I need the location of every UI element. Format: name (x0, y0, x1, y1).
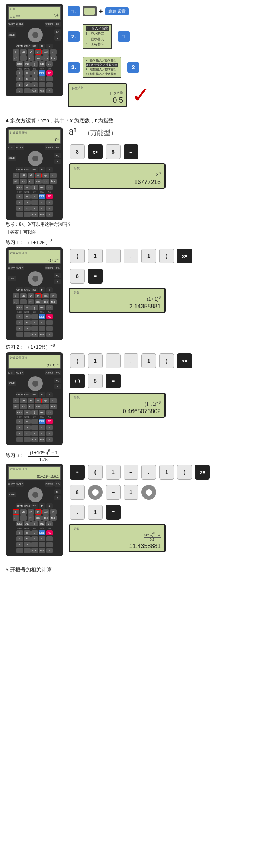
s4-eq[interactable]: = (46, 212, 53, 217)
neg-btn[interactable]: (−) (13, 55, 19, 61)
ex3-on[interactable]: 开机 (54, 481, 61, 487)
menu-btn[interactable]: ≡ (13, 49, 19, 55)
s4-div[interactable]: ÷ (46, 200, 53, 205)
ex3-pl[interactable]: + (39, 542, 45, 547)
s4-shift[interactable]: SHIFT (8, 145, 15, 150)
fx-btn[interactable]: f(x) (54, 29, 61, 35)
ex1-sqrt[interactable]: √6 (20, 293, 27, 298)
s4-optn[interactable]: OPTN (16, 167, 23, 172)
ex3-mul[interactable]: × (39, 536, 45, 541)
ex3-mi[interactable]: − (46, 542, 53, 547)
s4-7[interactable]: 7 (16, 194, 23, 199)
ex1-calc[interactable]: CALC (24, 287, 31, 292)
ex2-exp[interactable]: ×10ˣ (31, 437, 38, 442)
btn-4[interactable]: 4 (16, 76, 23, 81)
btn-eq[interactable]: = (46, 88, 53, 93)
fm-btn[interactable]: fx (39, 44, 45, 49)
ex1-dec[interactable]: DEC (31, 287, 38, 292)
ex2-sin[interactable]: sin (35, 404, 42, 409)
s4-fm[interactable]: fx (39, 167, 45, 172)
ex3-9[interactable]: 9 (31, 530, 38, 535)
s4-ans[interactable]: Ans (39, 212, 45, 217)
sqrt-btn[interactable]: √6 (20, 49, 27, 55)
s4-sto[interactable]: STO (16, 185, 23, 190)
ex1-neg[interactable]: (−) (13, 299, 19, 304)
ex3-key-circle2[interactable]: ⬤ (141, 485, 156, 500)
ex1-key-paren-open[interactable]: ( (70, 249, 85, 263)
s4-sqrt[interactable]: √6 (20, 173, 27, 178)
shift-btn[interactable]: SHIFT (8, 22, 15, 27)
ex3-5d[interactable]: 5♦D (39, 521, 45, 526)
ex1-cos[interactable]: cos (42, 299, 49, 304)
ex3-key-1b[interactable]: 1 (159, 465, 174, 480)
ex3-cos[interactable]: cos (42, 515, 49, 521)
s4-8[interactable]: 8 (24, 194, 31, 199)
ex1-log[interactable]: log□ (42, 293, 49, 298)
ex2-mp[interactable]: M+ (46, 410, 53, 415)
ex1-solve[interactable]: SOLVE↑ (8, 276, 16, 281)
ex2-mul[interactable]: × (39, 425, 45, 430)
s4-calc[interactable]: CALC (24, 167, 31, 172)
s4-4[interactable]: 4 (16, 200, 23, 205)
s4-dt[interactable]: . (24, 212, 31, 217)
ex3-calc[interactable]: CALC (24, 503, 31, 509)
ex2-key-1b[interactable]: 1 (141, 353, 156, 368)
ex3-x[interactable]: x (54, 495, 61, 500)
ex3-dots[interactable]: ⋯ (20, 515, 27, 521)
ex2-2[interactable]: 2 (24, 431, 31, 436)
ex2-div[interactable]: ÷ (46, 425, 53, 430)
btn-6[interactable]: 6 (31, 76, 38, 81)
ex3-key-dot[interactable]: . (141, 465, 156, 480)
s4-dots[interactable]: ⋯ (20, 179, 27, 184)
ex3-key-8[interactable]: 8 (70, 485, 85, 500)
ex1-fm[interactable]: fx (39, 287, 45, 292)
ex1-2[interactable]: 2 (24, 326, 31, 331)
ex2-cos[interactable]: cos (42, 404, 49, 409)
ex3-eng[interactable]: ENG (24, 521, 31, 526)
ex2-4[interactable]: 4 (16, 425, 23, 430)
s4-x2[interactable]: x² (28, 173, 34, 178)
ex1-ac[interactable]: AC (46, 314, 53, 319)
btn-9[interactable]: 9 (31, 70, 38, 76)
ex2-key-plus[interactable]: + (106, 353, 121, 368)
ex1-mul[interactable]: × (39, 320, 45, 325)
ex3-6[interactable]: 6 (31, 536, 38, 541)
ex3-1[interactable]: 1 (16, 542, 23, 547)
ex1-9[interactable]: 9 (31, 314, 38, 319)
s4-mi[interactable]: − (46, 206, 53, 211)
ex2-ln[interactable]: ln (50, 398, 57, 403)
ex1-3[interactable]: 3 (31, 326, 38, 331)
btn-3[interactable]: 3 (31, 82, 38, 87)
s4-sin[interactable]: sin (35, 179, 42, 184)
s4-on[interactable]: 开机 (54, 145, 61, 150)
ex3-key-paren-close[interactable]: ) (177, 465, 192, 480)
s4-mul[interactable]: × (39, 200, 45, 205)
ex3-alpha[interactable]: ALPHA (16, 481, 24, 487)
ex3-key-plus[interactable]: + (124, 465, 138, 480)
s4-2[interactable]: 2 (24, 206, 31, 211)
ex1-del[interactable]: DEL (39, 314, 45, 319)
ex1-dpad[interactable] (28, 271, 43, 286)
btn-exp[interactable]: ×10ˣ (31, 88, 38, 93)
s4-tan[interactable]: tan (50, 179, 57, 184)
ex1-1[interactable]: 1 (16, 326, 23, 331)
ex3-key-paren-open[interactable]: ( (88, 465, 103, 480)
ex3-menu[interactable]: ≡ (13, 509, 19, 515)
ex1-key-paren-close[interactable]: ) (159, 249, 174, 263)
ex3-5[interactable]: 5 (24, 536, 31, 541)
del-btn[interactable]: DEL (39, 70, 45, 76)
ex1-paren[interactable]: ( (31, 305, 38, 310)
ex1-key-8[interactable]: 8 (70, 269, 85, 284)
s4-cos[interactable]: cos (42, 179, 49, 184)
ex3-key-1d[interactable]: 1 (88, 505, 103, 520)
btn-5[interactable]: 5 (24, 76, 31, 81)
key-8a[interactable]: 8 (70, 144, 85, 159)
ex2-ans[interactable]: Ans (39, 437, 45, 442)
ex2-shift[interactable]: SHIFT (8, 370, 15, 375)
ex2-key-neg[interactable]: (−) (70, 374, 85, 388)
s4-1[interactable]: 1 (16, 206, 23, 211)
ex2-sto[interactable]: STO (16, 410, 23, 415)
s4-5d[interactable]: 5♦D (39, 185, 45, 190)
ex2-5[interactable]: 5 (24, 425, 31, 430)
ex3-fx[interactable]: f(x) (54, 489, 61, 494)
